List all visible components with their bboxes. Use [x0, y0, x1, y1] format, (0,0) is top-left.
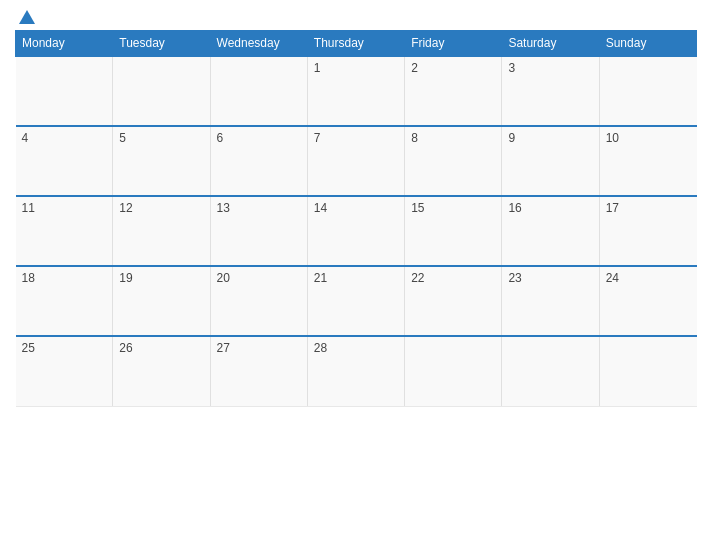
empty-day-cell	[16, 56, 113, 126]
day-cell-25: 25	[16, 336, 113, 406]
day-number: 21	[314, 271, 327, 285]
day-cell-4: 4	[16, 126, 113, 196]
day-cell-6: 6	[210, 126, 307, 196]
weekday-row: MondayTuesdayWednesdayThursdayFridaySatu…	[16, 31, 697, 57]
calendar-week-row: 18192021222324	[16, 266, 697, 336]
day-cell-28: 28	[307, 336, 404, 406]
day-cell-21: 21	[307, 266, 404, 336]
weekday-tuesday: Tuesday	[113, 31, 210, 57]
calendar-body: 1234567891011121314151617181920212223242…	[16, 56, 697, 406]
day-number: 17	[606, 201, 619, 215]
day-cell-23: 23	[502, 266, 599, 336]
logo-triangle-icon	[19, 10, 35, 24]
weekday-sunday: Sunday	[599, 31, 696, 57]
day-cell-24: 24	[599, 266, 696, 336]
day-number: 3	[508, 61, 515, 75]
day-cell-15: 15	[405, 196, 502, 266]
day-cell-7: 7	[307, 126, 404, 196]
day-number: 4	[22, 131, 29, 145]
day-cell-17: 17	[599, 196, 696, 266]
empty-day-cell	[502, 336, 599, 406]
weekday-thursday: Thursday	[307, 31, 404, 57]
header-row	[15, 10, 697, 24]
weekday-friday: Friday	[405, 31, 502, 57]
day-number: 18	[22, 271, 35, 285]
day-number: 2	[411, 61, 418, 75]
day-cell-16: 16	[502, 196, 599, 266]
day-cell-26: 26	[113, 336, 210, 406]
day-cell-18: 18	[16, 266, 113, 336]
day-cell-5: 5	[113, 126, 210, 196]
day-cell-22: 22	[405, 266, 502, 336]
day-number: 13	[217, 201, 230, 215]
day-number: 23	[508, 271, 521, 285]
day-number: 26	[119, 341, 132, 355]
day-number: 22	[411, 271, 424, 285]
day-number: 5	[119, 131, 126, 145]
day-number: 11	[22, 201, 35, 215]
day-number: 14	[314, 201, 327, 215]
day-number: 9	[508, 131, 515, 145]
day-cell-20: 20	[210, 266, 307, 336]
day-number: 25	[22, 341, 35, 355]
day-cell-12: 12	[113, 196, 210, 266]
calendar-week-row: 25262728	[16, 336, 697, 406]
day-number: 12	[119, 201, 132, 215]
day-number: 16	[508, 201, 521, 215]
day-cell-19: 19	[113, 266, 210, 336]
day-number: 19	[119, 271, 132, 285]
day-number: 7	[314, 131, 321, 145]
day-number: 8	[411, 131, 418, 145]
day-cell-8: 8	[405, 126, 502, 196]
day-number: 27	[217, 341, 230, 355]
day-number: 20	[217, 271, 230, 285]
empty-day-cell	[599, 56, 696, 126]
calendar-header: MondayTuesdayWednesdayThursdayFridaySatu…	[16, 31, 697, 57]
day-number: 1	[314, 61, 321, 75]
day-number: 6	[217, 131, 224, 145]
day-cell-11: 11	[16, 196, 113, 266]
calendar-week-row: 123	[16, 56, 697, 126]
day-number: 28	[314, 341, 327, 355]
calendar-wrapper: MondayTuesdayWednesdayThursdayFridaySatu…	[0, 0, 712, 550]
day-cell-14: 14	[307, 196, 404, 266]
day-cell-10: 10	[599, 126, 696, 196]
day-number: 10	[606, 131, 619, 145]
day-cell-27: 27	[210, 336, 307, 406]
empty-day-cell	[210, 56, 307, 126]
weekday-wednesday: Wednesday	[210, 31, 307, 57]
day-number: 24	[606, 271, 619, 285]
day-cell-13: 13	[210, 196, 307, 266]
calendar-week-row: 11121314151617	[16, 196, 697, 266]
weekday-monday: Monday	[16, 31, 113, 57]
day-number: 15	[411, 201, 424, 215]
empty-day-cell	[405, 336, 502, 406]
day-cell-1: 1	[307, 56, 404, 126]
calendar-week-row: 45678910	[16, 126, 697, 196]
day-cell-2: 2	[405, 56, 502, 126]
logo	[15, 10, 35, 24]
calendar-table: MondayTuesdayWednesdayThursdayFridaySatu…	[15, 30, 697, 407]
day-cell-9: 9	[502, 126, 599, 196]
weekday-saturday: Saturday	[502, 31, 599, 57]
day-cell-3: 3	[502, 56, 599, 126]
empty-day-cell	[113, 56, 210, 126]
empty-day-cell	[599, 336, 696, 406]
